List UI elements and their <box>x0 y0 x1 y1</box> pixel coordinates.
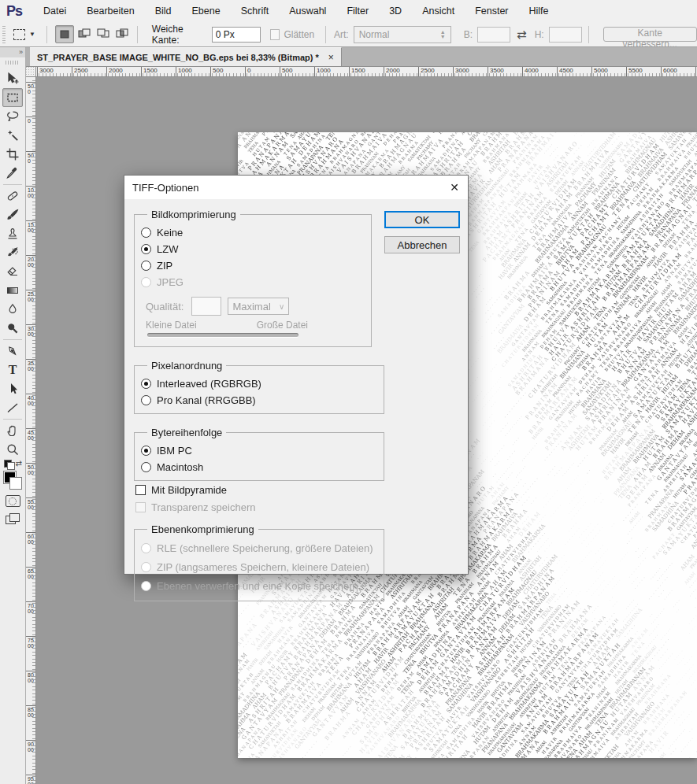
ruler-label: 6500 <box>28 569 34 579</box>
new-selection-button[interactable] <box>55 25 74 43</box>
ruler-label: 500 <box>28 84 34 94</box>
checkbox-image-pyramid[interactable]: Mit Bildpyramide <box>135 482 468 498</box>
lasso-icon <box>6 109 20 124</box>
default-colors-control[interactable]: ⇄ <box>2 459 23 468</box>
screen-mode-button[interactable] <box>6 513 20 524</box>
type-tool-glyph: T <box>9 364 17 376</box>
quick-selection-tool[interactable] <box>2 126 23 145</box>
background-color-swatch[interactable] <box>9 477 22 490</box>
radio-option-lzw[interactable]: LZW <box>141 241 371 257</box>
add-to-selection-button[interactable] <box>76 25 93 42</box>
feather-input[interactable] <box>212 27 261 43</box>
history-brush-tool[interactable] <box>2 243 23 262</box>
menu-item-bild[interactable]: Bild <box>145 6 182 17</box>
radio-option-discard-layers: Ebenen verwerfen und eine Kopie speicher… <box>141 577 384 595</box>
ruler-major-tick <box>25 705 35 706</box>
radio-option-interleaved[interactable]: Interleaved (RGBRGB) <box>141 375 384 391</box>
ruler-label: 0 <box>28 119 34 124</box>
ruler-major-tick <box>522 66 523 76</box>
radio-option-keine[interactable]: Keine <box>141 224 371 240</box>
screen-mode-icon <box>9 513 20 522</box>
ok-button[interactable]: OK <box>384 211 460 228</box>
gradient-tool[interactable] <box>2 281 23 300</box>
pen-tool[interactable] <box>2 342 23 361</box>
panel-grip <box>6 61 20 65</box>
eraser-tool[interactable] <box>2 262 23 281</box>
radio-option-ibm-pc[interactable]: IBM PC <box>141 442 384 458</box>
radio-icon <box>141 261 151 271</box>
checkbox-disabled-icon <box>135 502 146 512</box>
dodge-tool[interactable] <box>2 319 23 338</box>
ruler-major-tick <box>25 151 35 152</box>
intersect-selection-button[interactable] <box>113 25 131 42</box>
ruler-major-tick <box>661 66 662 76</box>
cancel-button[interactable]: Abbrechen <box>384 236 460 253</box>
ruler-major-tick <box>25 394 35 394</box>
menu-item-fenster[interactable]: Fenster <box>465 6 518 17</box>
close-tab-icon[interactable]: × <box>328 52 334 63</box>
swap-colors-icon[interactable]: ⇄ <box>16 459 22 468</box>
color-swatches[interactable] <box>2 470 23 490</box>
radio-option-zip[interactable]: ZIP <box>141 257 371 273</box>
crop-icon <box>6 147 20 161</box>
move-tool-icon <box>6 72 20 86</box>
layer-compression-group: Ebenenkomprimierung RLE (schnellere Spei… <box>134 523 384 601</box>
ruler-major-tick <box>349 66 350 76</box>
blur-tool[interactable] <box>2 300 23 319</box>
lasso-tool[interactable] <box>2 107 23 126</box>
ruler-major-tick <box>25 255 35 256</box>
ruler-major-tick <box>25 359 35 360</box>
menu-item-3d[interactable]: 3D <box>379 6 412 17</box>
crop-tool[interactable] <box>2 145 23 164</box>
path-selection-tool[interactable] <box>2 379 23 398</box>
menu-item-filter[interactable]: Filter <box>336 6 379 17</box>
type-tool[interactable]: T <box>2 361 23 379</box>
clone-stamp-tool[interactable] <box>2 224 23 243</box>
tiff-options-dialog: TIFF-Optionen ✕ Bildkomprimierung Keine … <box>124 175 469 575</box>
document-tab[interactable]: ST_PRAYER_BASE IMAGE_WHITE_NO_BG.eps bei… <box>30 47 342 66</box>
radio-option-rle: RLE (schnellere Speicherung, größere Dat… <box>141 539 384 557</box>
radio-option-per-channel[interactable]: Pro Kanal (RRGGBB) <box>141 392 384 408</box>
rectangular-marquee-tool[interactable] <box>2 88 23 107</box>
image-compression-group: Bildkomprimierung Keine LZW ZIP JPEG Qua… <box>134 209 372 347</box>
antialias-checkbox <box>270 29 280 40</box>
menu-item-hilfe[interactable]: Hilfe <box>519 6 559 17</box>
chevron-down-icon[interactable]: ▼ <box>29 31 35 38</box>
ruler-label: 8000 <box>28 673 34 683</box>
radio-option-macintosh[interactable]: Macintosh <box>141 459 384 475</box>
radio-disabled-icon <box>141 277 151 287</box>
large-file-label: Große Datei <box>257 320 308 331</box>
ruler-label: 6000 <box>663 67 677 74</box>
marquee-tool-icon[interactable] <box>13 29 25 40</box>
menu-item-ebene[interactable]: Ebene <box>182 6 231 17</box>
move-tool[interactable] <box>2 69 23 88</box>
hand-tool[interactable] <box>2 421 23 440</box>
ruler-horizontal[interactable]: 3000250020001500100050005001000150020002… <box>35 66 697 77</box>
subtract-selection-icon <box>97 28 109 39</box>
healing-brush-tool[interactable] <box>2 187 23 205</box>
brush-tool[interactable] <box>2 205 23 224</box>
subtract-from-selection-button[interactable] <box>95 25 112 42</box>
dialog-titlebar[interactable]: TIFF-Optionen ✕ <box>124 176 468 199</box>
eyedropper-tool[interactable] <box>2 164 23 183</box>
radio-disabled-icon <box>141 543 151 553</box>
menu-item-ansicht[interactable]: Ansicht <box>412 6 465 17</box>
menu-item-bearbeiten[interactable]: Bearbeiten <box>76 6 144 17</box>
swap-dimensions-icon[interactable]: ⇄ <box>517 28 527 42</box>
menu-item-auswahl[interactable]: Auswahl <box>279 6 336 17</box>
dialog-close-icon[interactable]: ✕ <box>441 181 468 194</box>
collapse-panel-icon[interactable]: » <box>0 47 25 57</box>
line-tool[interactable] <box>2 398 23 417</box>
zoom-tool[interactable] <box>2 440 23 459</box>
ruler-major-tick <box>25 220 35 221</box>
radio-selected-icon <box>141 379 151 389</box>
ruler-major-tick <box>280 66 280 76</box>
menu-item-datei[interactable]: Datei <box>33 6 76 17</box>
quick-mask-button[interactable] <box>6 495 20 507</box>
intersect-selection-icon <box>116 28 128 39</box>
ruler-vertical[interactable]: 1000500050010001500200025003000350040004… <box>25 76 36 784</box>
separator <box>46 26 47 43</box>
brush-icon <box>6 208 20 222</box>
ruler-label: 2000 <box>386 67 400 74</box>
menu-item-schrift[interactable]: Schrift <box>231 6 279 17</box>
